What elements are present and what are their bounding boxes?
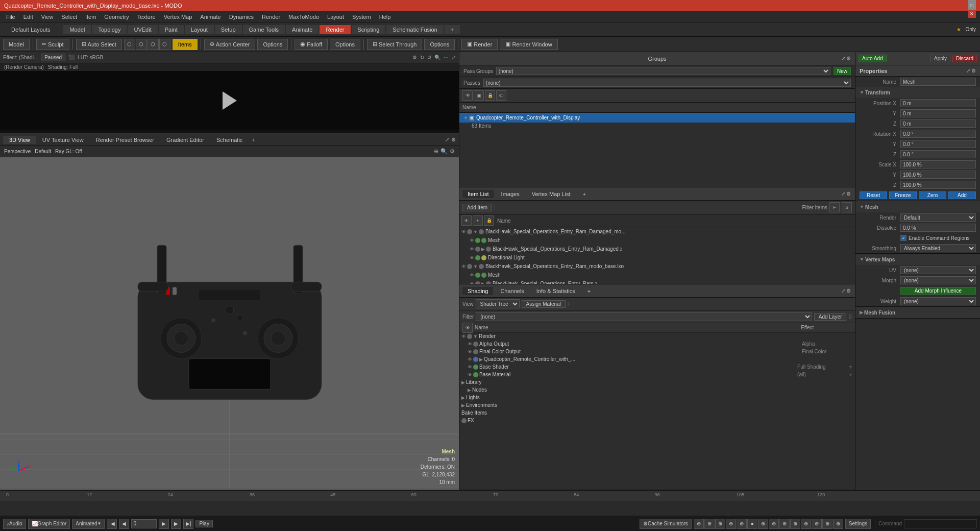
name-input[interactable]	[900, 78, 976, 86]
new-group-btn[interactable]: New	[834, 67, 851, 75]
il-S-icon[interactable]: S	[842, 202, 852, 212]
layout-mode-paint[interactable]: Paint	[159, 25, 184, 34]
il-row-2[interactable]: 👁 ▶ BlackHawk_Special_Operations_Entry_R…	[459, 245, 855, 253]
reset-btn[interactable]: Reset	[860, 191, 887, 199]
play-label[interactable]: Play	[195, 520, 212, 527]
gp-render-icon[interactable]: ▣	[474, 90, 484, 101]
tab-schematic[interactable]: Schematic	[210, 136, 249, 144]
uv-select[interactable]: (none)	[900, 266, 976, 274]
sh-settings-icon[interactable]: ⚙	[846, 288, 851, 294]
scale-y-input[interactable]	[900, 171, 976, 179]
groups-tree-item[interactable]: ▼ ▣ Quadcopter_Remote_Controller_with_Di…	[459, 113, 855, 123]
auto-add-btn[interactable]: Auto Add	[859, 55, 887, 62]
add-btn[interactable]: Add	[948, 191, 976, 199]
render-select[interactable]: Default	[900, 213, 976, 222]
add-item-btn[interactable]: Add Item	[462, 204, 492, 211]
sh-row-baseshader[interactable]: 👁 Base Shader Full Shading ▼	[459, 363, 855, 371]
refresh-icon[interactable]: ↻	[420, 55, 424, 60]
menu-geometry[interactable]: Geometry	[100, 13, 133, 21]
vp-icon-1[interactable]: ⊕	[434, 148, 438, 155]
settings-btn[interactable]: Settings	[845, 519, 871, 529]
close-btn[interactable]: ✕	[968, 10, 976, 18]
il-row-4[interactable]: 👁 ▼ BlackHawk_Special_Operations_Entry_R…	[459, 262, 855, 271]
il-tab-item-list[interactable]: Item List	[462, 190, 494, 198]
il-settings-icon[interactable]: ⚙	[846, 191, 851, 197]
sh-eye-col-icon[interactable]: 👁	[462, 323, 473, 333]
options-btn-2[interactable]: Options	[330, 39, 360, 50]
more-icon[interactable]: ⋯	[444, 55, 449, 60]
morph-select[interactable]: (none)	[900, 276, 976, 284]
default-label[interactable]: Default	[35, 149, 51, 154]
apply-btn[interactable]: Apply	[930, 55, 950, 62]
menu-file[interactable]: File	[2, 13, 19, 21]
discard-btn[interactable]: Discard	[952, 55, 977, 62]
scale-z-input[interactable]	[900, 181, 976, 189]
sh-row-render[interactable]: 👁 ▼ Render	[459, 332, 855, 340]
il-add-col-icon[interactable]: +	[473, 215, 483, 226]
3d-viewport[interactable]: X Y Z	[0, 157, 459, 490]
il-lock-col-icon[interactable]: 🔒	[484, 215, 494, 226]
menu-animate[interactable]: Animate	[196, 13, 225, 21]
enable-cmd-check[interactable]: ✓	[900, 235, 906, 241]
il-row-3[interactable]: 👁 Directional Light	[459, 253, 855, 262]
graph-editor-btn[interactable]: 📈 Graph Editor	[28, 519, 70, 529]
gp-lock-icon[interactable]: 🔒	[485, 90, 495, 101]
select-icon-2[interactable]: ⬡	[136, 39, 147, 50]
sh-row-quad[interactable]: 👁 ▶ Quadcopter_Remote_Controller_with_..…	[459, 355, 855, 363]
layout-mode-model[interactable]: Model	[63, 25, 91, 34]
pb-icon-4[interactable]: ⊕	[726, 519, 736, 529]
il-row-5[interactable]: 👁 Mesh	[459, 271, 855, 279]
ray-gl-label[interactable]: Ray GL: Off	[55, 149, 82, 154]
vp-icon-2[interactable]: 🔍	[440, 148, 448, 155]
cache-sim-btn[interactable]: ⚙ Cache Simulators	[640, 519, 692, 529]
layout-default-dropdown[interactable]: Default Layouts	[4, 25, 57, 34]
menu-vertexmap[interactable]: Vertex Map	[160, 13, 197, 21]
action-center-btn[interactable]: ⊕ Action Center	[204, 39, 256, 50]
sh-row-alpha[interactable]: 👁 Alpha Output Alpha	[459, 340, 855, 348]
add-layer-btn[interactable]: Add Layer	[814, 313, 847, 321]
zoom-icon[interactable]: 🔍	[434, 55, 440, 60]
groups-expand-icon[interactable]: ⤢	[841, 56, 845, 61]
filter-select[interactable]: (none)	[476, 312, 812, 321]
perspective-label[interactable]: Perspective	[4, 149, 31, 154]
shader-view-select[interactable]: Shader Tree	[476, 299, 520, 308]
add-view-tab[interactable]: +	[249, 136, 258, 144]
layout-mode-schematic[interactable]: Schematic Fusion	[386, 25, 443, 34]
current-frame-input[interactable]	[131, 519, 157, 528]
menu-texture[interactable]: Texture	[133, 13, 160, 21]
il-tab-images[interactable]: Images	[496, 190, 525, 198]
zero-btn[interactable]: Zero	[919, 191, 946, 199]
pos-z-input[interactable]	[900, 119, 976, 128]
view-settings-icon[interactable]: ⚙	[451, 137, 456, 142]
auto-select-btn[interactable]: ⊞ Auto Select	[76, 39, 122, 50]
animated-btn[interactable]: Animated ▼	[72, 519, 105, 529]
sh-tab-add[interactable]: +	[582, 287, 596, 295]
sh-row-fx[interactable]: FX	[459, 417, 855, 424]
mesh-fusion-header[interactable]: ▶ Mesh Fusion	[855, 307, 980, 318]
assign-material-btn[interactable]: Assign Material	[522, 300, 566, 308]
layout-mode-layout[interactable]: Layout	[185, 25, 214, 34]
add-morph-btn[interactable]: Add Morph Influence	[900, 287, 976, 295]
pb-icon-6[interactable]: ●	[747, 519, 757, 529]
gp-tag-icon[interactable]: 🏷	[496, 90, 506, 101]
command-input[interactable]	[904, 519, 977, 528]
scale-x-input[interactable]	[900, 160, 976, 168]
reset-icon[interactable]: ↺	[427, 55, 431, 60]
paused-btn[interactable]: Paused	[41, 54, 65, 61]
layout-mode-render[interactable]: Render	[320, 25, 350, 34]
settings-icon[interactable]: ⚙	[412, 55, 417, 60]
dissolve-input[interactable]	[900, 224, 976, 232]
pb-icon-9[interactable]: ⊕	[779, 519, 790, 529]
smoothing-select[interactable]: Always Enabled	[900, 244, 976, 252]
menu-system[interactable]: System	[348, 13, 375, 21]
select-icon-4[interactable]: ⬡	[159, 39, 170, 50]
groups-settings-icon[interactable]: ⚙	[846, 56, 851, 61]
weight-select[interactable]: (none)	[900, 297, 976, 305]
pb-icon-3[interactable]: ⊕	[715, 519, 725, 529]
layout-mode-add[interactable]: +	[445, 25, 460, 34]
menu-help[interactable]: Help	[375, 13, 395, 21]
pb-icon-12[interactable]: ⊕	[812, 519, 822, 529]
render-window-btn[interactable]: ▣ Render Window	[500, 39, 557, 50]
expand-icon[interactable]: ⤢	[452, 55, 456, 60]
options-btn-3[interactable]: Options	[424, 39, 455, 50]
